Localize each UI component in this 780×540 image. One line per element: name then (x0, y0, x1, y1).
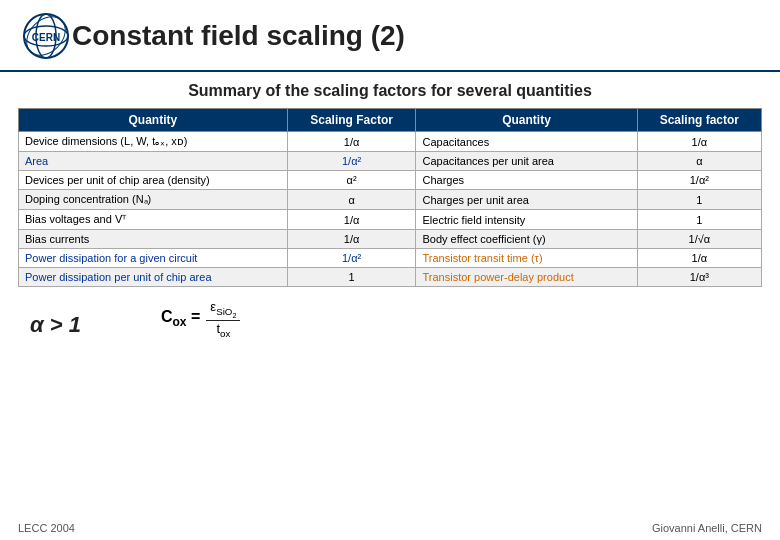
page-title: Constant field scaling (2) (72, 20, 405, 52)
quantity-1: Doping concentration (Nₐ) (19, 190, 288, 210)
quantity-2: Transistor transit time (τ) (416, 249, 637, 268)
header: CERN Constant field scaling (2) (0, 0, 780, 72)
scaling-factor-1: 1 (287, 268, 416, 287)
bottom-section: α > 1 Cox = εSiO2 tox (0, 293, 780, 344)
table-container: Quantity Scaling Factor Quantity Scaling… (0, 108, 780, 287)
footer-right: Giovanni Anelli, CERN (652, 522, 762, 534)
alpha-formula: α > 1 (30, 312, 81, 338)
scaling-table: Quantity Scaling Factor Quantity Scaling… (18, 108, 762, 287)
scaling-factor-2: 1/α (637, 249, 761, 268)
scaling-factor-1: α² (287, 171, 416, 190)
table-row: Device dimensions (L, W, tₒₓ, xᴅ)1/αCapa… (19, 132, 762, 152)
scaling-factor-1: α (287, 190, 416, 210)
footer: LECC 2004 Giovanni Anelli, CERN (18, 522, 762, 534)
cern-logo: CERN (20, 10, 72, 62)
quantity-1: Bias currents (19, 230, 288, 249)
quantity-1: Power dissipation per unit of chip area (19, 268, 288, 287)
table-row: Devices per unit of chip area (density)α… (19, 171, 762, 190)
quantity-2: Electric field intensity (416, 210, 637, 230)
quantity-1: Power dissipation for a given circuit (19, 249, 288, 268)
col3-header: Quantity (416, 109, 637, 132)
cox-formula: Cox = εSiO2 tox (161, 299, 241, 338)
scaling-factor-1: 1/α² (287, 249, 416, 268)
scaling-factor-1: 1/α (287, 132, 416, 152)
scaling-factor-2: 1/α (637, 132, 761, 152)
table-row: Doping concentration (Nₐ)αCharges per un… (19, 190, 762, 210)
scaling-factor-2: 1/α³ (637, 268, 761, 287)
quantity-2: Body effect coefficient (γ) (416, 230, 637, 249)
scaling-factor-2: 1 (637, 190, 761, 210)
scaling-factor-2: α (637, 152, 761, 171)
page: CERN Constant field scaling (2) Summary … (0, 0, 780, 540)
table-row: Power dissipation per unit of chip area1… (19, 268, 762, 287)
quantity-1: Bias voltages and Vᵀ (19, 210, 288, 230)
cox-fraction: εSiO2 tox (206, 299, 240, 338)
quantity-2: Capacitances per unit area (416, 152, 637, 171)
subtitle: Summary of the scaling factors for sever… (0, 82, 780, 100)
quantity-1: Area (19, 152, 288, 171)
col1-header: Quantity (19, 109, 288, 132)
scaling-factor-1: 1/α (287, 230, 416, 249)
quantity-1: Device dimensions (L, W, tₒₓ, xᴅ) (19, 132, 288, 152)
col2-header: Scaling Factor (287, 109, 416, 132)
table-row: Bias currents1/αBody effect coefficient … (19, 230, 762, 249)
cox-label: Cox = (161, 308, 200, 329)
quantity-1: Devices per unit of chip area (density) (19, 171, 288, 190)
quantity-2: Charges (416, 171, 637, 190)
table-header-row: Quantity Scaling Factor Quantity Scaling… (19, 109, 762, 132)
cox-denominator: tox (212, 321, 234, 339)
table-row: Area1/α²Capacitances per unit areaα (19, 152, 762, 171)
svg-text:CERN: CERN (32, 32, 60, 43)
col4-header: Scaling factor (637, 109, 761, 132)
scaling-factor-2: 1 (637, 210, 761, 230)
table-row: Bias voltages and Vᵀ1/αElectric field in… (19, 210, 762, 230)
quantity-2: Capacitances (416, 132, 637, 152)
scaling-factor-1: 1/α² (287, 152, 416, 171)
scaling-factor-2: 1/α² (637, 171, 761, 190)
footer-left: LECC 2004 (18, 522, 75, 534)
cox-numerator: εSiO2 (206, 299, 240, 321)
scaling-factor-1: 1/α (287, 210, 416, 230)
quantity-2: Charges per unit area (416, 190, 637, 210)
quantity-2: Transistor power-delay product (416, 268, 637, 287)
table-row: Power dissipation for a given circuit1/α… (19, 249, 762, 268)
scaling-factor-2: 1/√α (637, 230, 761, 249)
